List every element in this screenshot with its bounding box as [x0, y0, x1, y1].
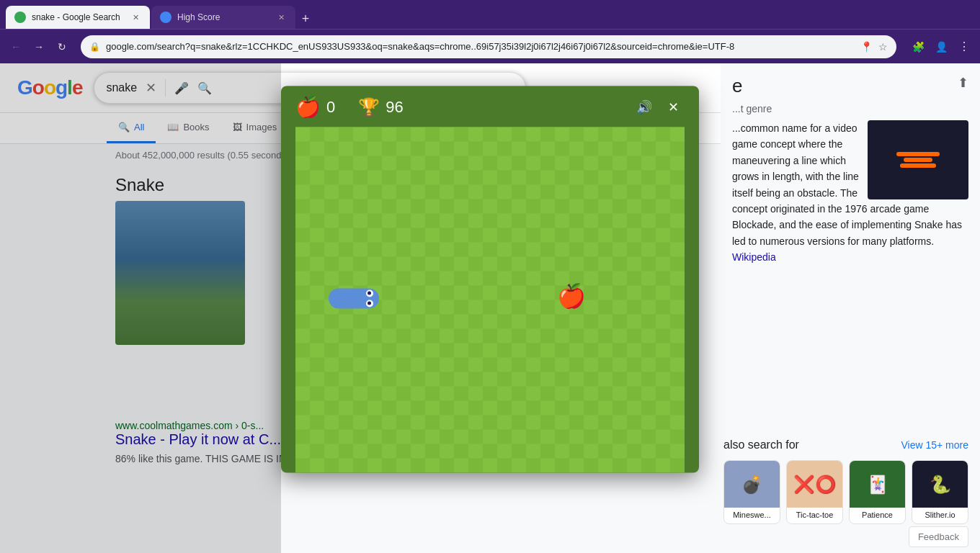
- game-card-slither[interactable]: 🐍 Slither.io: [912, 460, 968, 524]
- puzzle-icon: 🧩: [912, 41, 925, 53]
- forward-button[interactable]: →: [29, 37, 49, 57]
- current-score: 0: [326, 97, 335, 116]
- slither-image: 🐍: [912, 461, 968, 508]
- inactive-tab-label: High Score: [177, 12, 220, 22]
- game-food-apple: 🍎: [557, 284, 586, 307]
- url-text: google.com/search?q=snake&rlz=1CCHKDC_en…: [106, 41, 855, 52]
- game-card-minesweeper[interactable]: 💣 Mineswe...: [723, 460, 780, 524]
- apple-icon: 🍎: [295, 95, 321, 119]
- browser-controls: ← → ↻ 🔒 google.com/search?q=snake&rlz=1C…: [0, 29, 980, 63]
- high-score-area: 🏆 96: [358, 96, 403, 117]
- mini-snake-visual: [896, 152, 940, 168]
- reload-button[interactable]: ↻: [52, 37, 72, 57]
- share-button[interactable]: ⬆: [958, 75, 968, 91]
- snake: [329, 289, 379, 309]
- game-header: 🍎 0 🏆 96 🔊 ✕: [281, 86, 699, 127]
- location-icon: 📍: [860, 41, 873, 53]
- tab-bar: snake - Google Search ✕ High Score ✕ +: [0, 0, 980, 29]
- address-bar-icons: 📍 ☆: [860, 41, 888, 53]
- also-search-section: also search for View 15+ more 💣 Mineswe.…: [723, 439, 968, 524]
- kebab-menu-icon: ⋮: [958, 40, 970, 53]
- game-cards-grid: 💣 Mineswe... ❌⭕ Tic-tac-toe: [723, 460, 968, 524]
- active-tab-label: snake - Google Search: [32, 12, 120, 22]
- svg-point-0: [17, 14, 24, 21]
- snake-game-overlay[interactable]: 🍎 0 🏆 96 🔊 ✕: [281, 86, 699, 473]
- sound-button[interactable]: 🔊: [633, 95, 656, 118]
- slither-label: Slither.io: [912, 508, 968, 523]
- lock-icon: 🔒: [89, 42, 100, 52]
- tab-favicon-snake: [14, 12, 26, 23]
- right-panel: e ⬆ ...t genre ...common name for a vide…: [721, 63, 980, 553]
- forward-arrow-icon: →: [34, 41, 44, 53]
- back-button[interactable]: ←: [6, 37, 26, 57]
- page-content: Google snake ✕ 🎤 🔍 ⠿: [0, 63, 980, 553]
- game-board[interactable]: 🍎: [295, 127, 685, 473]
- profile-button[interactable]: 👤: [931, 37, 951, 57]
- browser-frame: snake - Google Search ✕ High Score ✕ + ←…: [0, 0, 980, 553]
- left-dim-overlay: [0, 63, 281, 553]
- tictactoe-image: ❌⭕: [787, 461, 842, 508]
- menu-button[interactable]: ⋮: [954, 37, 974, 57]
- inactive-tab[interactable]: High Score ✕: [151, 6, 295, 29]
- extensions-button[interactable]: 🧩: [908, 37, 928, 57]
- reload-icon: ↻: [58, 41, 66, 53]
- minesweeper-image: 💣: [724, 461, 780, 508]
- svg-rect-1: [162, 14, 169, 21]
- address-bar[interactable]: 🔒 google.com/search?q=snake&rlz=1CCHKDC_…: [81, 35, 896, 58]
- minesweeper-label: Mineswe...: [724, 508, 780, 523]
- feedback-button[interactable]: Feedback: [909, 526, 968, 547]
- game-card-patience[interactable]: 🃏 Patience: [849, 460, 906, 524]
- snake-eye-bottom: [366, 300, 373, 307]
- right-panel-title: e: [732, 75, 742, 97]
- trophy-icon: 🏆: [358, 96, 380, 117]
- game-controls: 🔊 ✕: [633, 95, 685, 118]
- patience-label: Patience: [850, 508, 905, 523]
- score-area: 🍎 0: [295, 95, 335, 119]
- back-arrow-icon: ←: [11, 41, 21, 53]
- sound-icon: 🔊: [636, 99, 652, 114]
- snake-eyes: [366, 290, 373, 307]
- view-more-button[interactable]: View 15+ more: [901, 439, 968, 451]
- close-icon: ✕: [668, 99, 679, 114]
- high-score: 96: [386, 97, 403, 116]
- wikipedia-link[interactable]: Wikipedia: [732, 251, 776, 263]
- also-search-title: also search for: [723, 439, 799, 451]
- active-tab-close[interactable]: ✕: [130, 12, 141, 23]
- active-tab[interactable]: snake - Google Search ✕: [6, 6, 150, 29]
- tab-favicon-highscore: [160, 12, 172, 23]
- bookmark-icon: ☆: [878, 41, 888, 53]
- tictactoe-label: Tic-tac-toe: [787, 508, 842, 523]
- snake-eye-top: [366, 290, 373, 297]
- game-card-tictactoe[interactable]: ❌⭕ Tic-tac-toe: [786, 460, 843, 524]
- patience-image: 🃏: [850, 461, 905, 508]
- new-tab-button[interactable]: +: [295, 9, 316, 29]
- profile-icon: 👤: [935, 41, 948, 53]
- inactive-tab-close[interactable]: ✕: [275, 12, 287, 23]
- genre-label: ...t genre: [732, 103, 968, 114]
- right-panel-game-image: [868, 120, 968, 199]
- also-search-header: also search for View 15+ more: [723, 439, 968, 451]
- close-game-button[interactable]: ✕: [662, 95, 685, 118]
- browser-menu-icons: 🧩 👤 ⋮: [908, 37, 974, 57]
